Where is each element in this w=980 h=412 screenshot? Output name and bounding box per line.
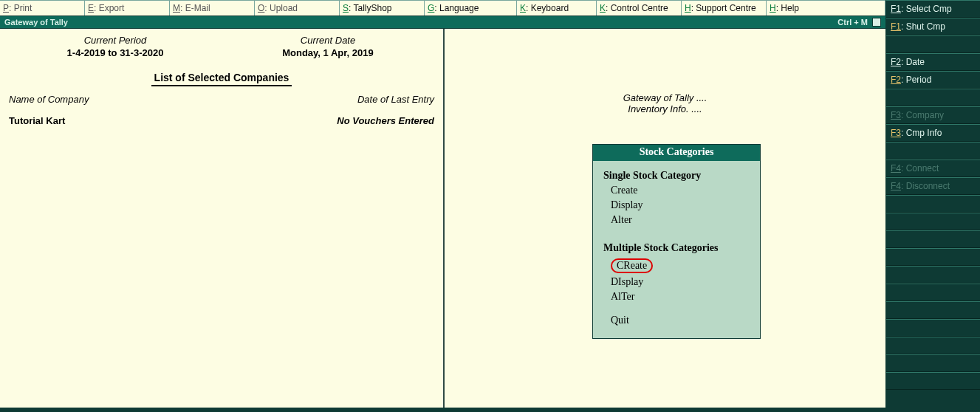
fkey-empty xyxy=(886,248,980,266)
stock-categories-menu: Stock Categories Single Stock Category C… xyxy=(592,144,761,339)
toolbar-keyboard[interactable]: K: Keyboard xyxy=(517,1,597,16)
fkey-f1-shut-cmp[interactable]: F1: Shut Cmp xyxy=(886,18,980,35)
menu-single-alter[interactable]: Alter xyxy=(611,214,750,226)
fkey-empty xyxy=(886,319,980,337)
fkey-f4-disconnect: F4: Disconnect xyxy=(886,177,980,195)
workspace: Current Period 1-4-2019 to 31-3-2020 Cur… xyxy=(0,28,885,408)
menu-multiple-display[interactable]: DIsplay xyxy=(611,276,750,288)
toolbar-language[interactable]: G: Language xyxy=(425,1,517,16)
toolbar-email[interactable]: M: E-Mail xyxy=(170,1,255,16)
menu-section-single: Single Stock Category xyxy=(603,170,750,182)
fkey-f3-company: F3: Company xyxy=(886,106,980,124)
fkey-empty xyxy=(886,266,980,284)
title-bar: Gateway of Tally Ctrl + M xyxy=(0,16,885,28)
company-name[interactable]: Tutorial Kart xyxy=(9,115,65,126)
menu-quit[interactable]: Quit xyxy=(611,315,750,326)
left-panel: Current Period 1-4-2019 to 31-3-2020 Cur… xyxy=(0,29,443,132)
toolbar-export[interactable]: E: Export xyxy=(85,1,170,16)
current-date-value: Monday, 1 Apr, 2019 xyxy=(222,47,434,58)
top-toolbar: P: Print E: Export M: E-Mail O: Upload S… xyxy=(0,0,885,16)
toolbar-upload[interactable]: O: Upload xyxy=(255,1,340,16)
menu-title: Stock Categories xyxy=(593,145,760,161)
title-box-icon[interactable] xyxy=(872,18,881,27)
fkey-f2-period[interactable]: F2: Period xyxy=(886,71,980,89)
fkey-empty xyxy=(886,35,980,53)
fkey-empty xyxy=(886,142,980,159)
menu-multiple-create[interactable]: CReate xyxy=(611,258,653,273)
menu-single-create[interactable]: Create xyxy=(611,185,750,196)
fkey-empty xyxy=(886,230,980,248)
function-key-sidebar: F1: Select Cmp F1: Shut Cmp F2: Date F2:… xyxy=(885,0,980,412)
fkey-empty xyxy=(886,195,980,213)
fkey-empty xyxy=(886,301,980,319)
current-period-label: Current Period xyxy=(9,35,222,46)
breadcrumb: Gateway of Tally .... Inventory Info. ..… xyxy=(445,92,885,114)
toolbar-tallyshop[interactable]: S: TallyShop xyxy=(340,1,425,16)
fkey-empty xyxy=(886,284,980,301)
toolbar-control-centre[interactable]: K: Control Centre xyxy=(597,1,682,16)
fkey-f1-select-cmp[interactable]: F1: Select Cmp xyxy=(886,0,980,18)
fkey-empty xyxy=(886,354,980,372)
fkey-empty xyxy=(886,372,980,390)
fkey-f3-cmp-info[interactable]: F3: Cmp Info xyxy=(886,124,980,142)
toolbar-support-centre[interactable]: H: Support Centre xyxy=(682,1,767,16)
list-companies-heading: List of Selected Companies xyxy=(9,72,434,83)
col-date-of-last-entry: Date of Last Entry xyxy=(357,94,434,105)
menu-section-multiple: Multiple Stock Categories xyxy=(603,242,750,254)
toolbar-print[interactable]: P: Print xyxy=(0,1,85,16)
title-text: Gateway of Tally xyxy=(4,18,68,27)
menu-single-display[interactable]: Display xyxy=(611,199,750,211)
title-shortcut: Ctrl + M xyxy=(837,18,868,27)
fkey-empty xyxy=(886,213,980,230)
col-name-of-company: Name of Company xyxy=(9,94,89,105)
toolbar-help[interactable]: H: Help xyxy=(767,1,885,16)
right-panel: Gateway of Tally .... Inventory Info. ..… xyxy=(445,29,885,408)
no-vouchers-text: No Vouchers Entered xyxy=(337,115,434,126)
fkey-empty xyxy=(886,89,980,106)
fkey-f4-connect: F4: Connect xyxy=(886,159,980,177)
menu-multiple-alter[interactable]: AlTer xyxy=(611,291,750,303)
current-period-value: 1-4-2019 to 31-3-2020 xyxy=(9,47,222,58)
fkey-empty xyxy=(886,337,980,354)
current-date-label: Current Date xyxy=(222,35,434,46)
fkey-f2-date[interactable]: F2: Date xyxy=(886,53,980,71)
